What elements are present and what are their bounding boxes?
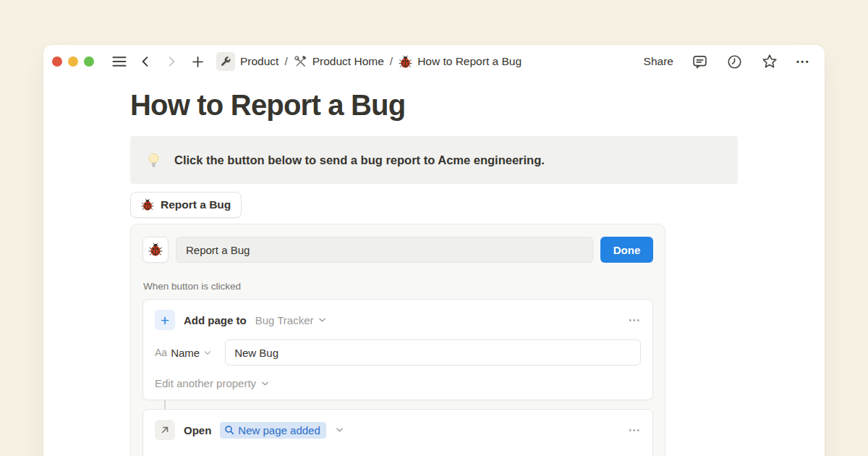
- property-value-input[interactable]: [225, 339, 641, 366]
- page-content: How to Report a Bug Click the button bel…: [43, 87, 825, 456]
- ladybug-icon: [141, 198, 154, 211]
- desktop-background: { "colors": { "page_background": "#F7F1E…: [0, 0, 868, 456]
- comments-icon[interactable]: [692, 54, 708, 70]
- window-controls: [52, 56, 94, 67]
- step-header-row: Open New page added •••: [155, 420, 641, 440]
- ladybug-icon: [148, 242, 163, 257]
- open-target-chip[interactable]: New page added: [220, 422, 326, 439]
- target-database-label: Bug Tracker: [255, 314, 314, 326]
- page-title: How to Report a Bug: [130, 87, 738, 123]
- chevron-down-icon: [203, 349, 212, 357]
- breadcrumb-item-product[interactable]: Product: [212, 51, 281, 72]
- step-more-options-icon[interactable]: •••: [629, 426, 641, 434]
- wrench-icon: [216, 52, 235, 71]
- app-window: Product / Product Home /: [43, 45, 825, 456]
- open-target-label: New page added: [238, 424, 320, 436]
- topbar: Product / Product Home /: [43, 45, 825, 78]
- breadcrumb-label: How to Report a Bug: [417, 55, 522, 68]
- report-button-label: Report a Bug: [161, 198, 231, 211]
- breadcrumb-item-product-home[interactable]: Product Home: [291, 54, 387, 70]
- back-icon[interactable]: [136, 52, 155, 71]
- favorite-star-icon[interactable]: [761, 53, 778, 70]
- breadcrumb-separator: /: [284, 55, 287, 68]
- done-button[interactable]: Done: [600, 237, 653, 263]
- plus-icon: +: [155, 310, 175, 330]
- forward-icon[interactable]: [162, 52, 181, 71]
- target-database-select[interactable]: Bug Tracker: [255, 314, 327, 326]
- chevron-down-icon: [260, 379, 270, 388]
- step-more-options-icon[interactable]: •••: [629, 316, 641, 324]
- breadcrumb-label: Product Home: [312, 55, 384, 68]
- light-bulb-icon: [145, 151, 163, 169]
- breadcrumb-label: Product: [240, 55, 278, 68]
- updates-clock-icon[interactable]: [726, 54, 743, 70]
- zoom-window-button[interactable]: [84, 56, 94, 67]
- more-options-icon[interactable]: •••: [796, 57, 810, 66]
- chevron-down-icon[interactable]: [335, 426, 344, 434]
- step-action-label: Open: [184, 424, 211, 436]
- trigger-label: When button is clicked: [143, 281, 653, 292]
- sidebar-menu-icon[interactable]: [110, 52, 129, 71]
- property-name-label: Name: [171, 347, 200, 359]
- hammer-wrench-icon: [294, 55, 307, 69]
- minimize-window-button[interactable]: [68, 56, 78, 67]
- close-window-button[interactable]: [52, 56, 62, 67]
- step-connector-line: [164, 400, 166, 409]
- breadcrumb-item-current-page[interactable]: How to Report a Bug: [396, 54, 524, 70]
- step-header-row: + Add page to Bug Tracker •••: [155, 310, 641, 330]
- new-page-icon[interactable]: [188, 52, 207, 71]
- report-a-bug-button[interactable]: Report a Bug: [130, 192, 242, 218]
- automation-step-open-page: Open New page added •••: [142, 409, 653, 456]
- text-property-icon: Aa: [155, 347, 167, 358]
- property-row: Aa Name: [155, 339, 641, 366]
- automation-step-add-page: + Add page to Bug Tracker ••• Aa Name: [142, 299, 653, 400]
- share-button[interactable]: Share: [644, 55, 673, 68]
- search-icon: [224, 425, 234, 435]
- breadcrumb-separator: /: [390, 55, 393, 68]
- callout-block: Click the button below to send a bug rep…: [130, 136, 738, 184]
- breadcrumb: Product / Product Home /: [212, 51, 524, 72]
- button-emoji-picker[interactable]: [142, 237, 169, 263]
- arrow-up-right-icon: [155, 420, 175, 440]
- chevron-down-icon: [318, 316, 327, 324]
- button-config-panel: Done When button is clicked + Add page t…: [130, 224, 665, 456]
- property-name-select[interactable]: Aa Name: [155, 347, 212, 359]
- step-action-label: Add page to: [184, 314, 247, 326]
- topbar-actions: Share •••: [644, 53, 810, 70]
- ladybug-icon: [399, 55, 412, 69]
- edit-another-property-label: Edit another property: [155, 377, 256, 389]
- callout-text: Click the button below to send a bug rep…: [174, 151, 545, 169]
- button-name-input[interactable]: [176, 237, 593, 263]
- edit-another-property-button[interactable]: Edit another property: [155, 377, 641, 389]
- button-config-header: Done: [142, 237, 653, 263]
- nav-controls: [110, 52, 207, 71]
